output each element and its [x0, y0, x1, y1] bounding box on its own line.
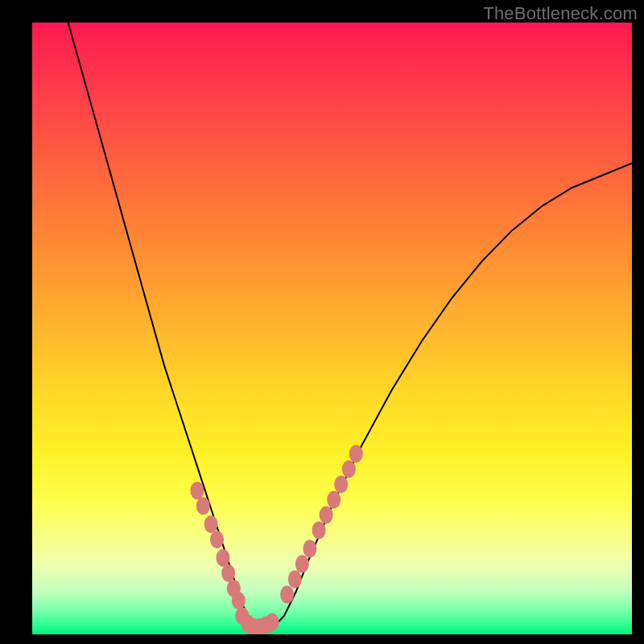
- marker-dot: [295, 555, 309, 573]
- watermark-text: TheBottleneck.com: [483, 3, 638, 24]
- marker-dot: [342, 460, 356, 478]
- marker-dot: [190, 481, 204, 499]
- marker-dot: [266, 613, 279, 631]
- marker-dot: [216, 549, 229, 567]
- marker-dot: [204, 515, 218, 533]
- chart-svg: [32, 23, 632, 634]
- marker-dot: [210, 530, 224, 548]
- marker-dot: [280, 586, 294, 604]
- marker-dot: [303, 540, 316, 558]
- plot-area: [32, 23, 632, 634]
- marker-dot: [312, 522, 326, 539]
- chart-frame: TheBottleneck.com: [0, 0, 644, 644]
- marker-dot: [327, 491, 341, 509]
- marker-dot: [320, 506, 333, 524]
- marker-dot: [232, 592, 246, 609]
- marker-dots: [190, 445, 362, 634]
- bottleneck-curve: [68, 23, 632, 628]
- marker-dot: [196, 497, 210, 514]
- marker-dot: [221, 564, 235, 582]
- marker-dot: [349, 445, 363, 463]
- marker-dot: [334, 476, 348, 493]
- marker-dot: [288, 571, 302, 588]
